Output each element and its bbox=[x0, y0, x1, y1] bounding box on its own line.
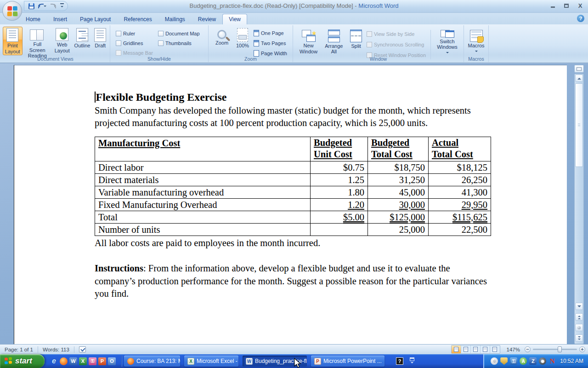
one-page-button[interactable]: One Page bbox=[254, 29, 287, 37]
zoom-button[interactable]: Zoom bbox=[212, 27, 232, 55]
outline-button[interactable]: Outline bbox=[73, 27, 92, 55]
scroll-up-icon bbox=[577, 76, 581, 80]
scroll-up-button[interactable] bbox=[575, 75, 583, 82]
close-icon: X bbox=[578, 3, 582, 9]
scrollbar-thumb[interactable] bbox=[575, 83, 583, 167]
outlook-icon[interactable]: O bbox=[108, 357, 116, 365]
tab-review[interactable]: Review bbox=[192, 14, 222, 24]
taskbar-clock[interactable]: 10:52 AM bbox=[558, 358, 583, 364]
cell-budgeted-total: $125,000 bbox=[390, 212, 425, 222]
view-full-screen-button[interactable] bbox=[461, 345, 471, 353]
document-map-checkbox[interactable]: Document Map bbox=[158, 29, 206, 38]
help-button[interactable]: ? bbox=[577, 15, 584, 22]
tab-view[interactable]: View bbox=[222, 14, 247, 24]
one-page-label: One Page bbox=[261, 30, 284, 36]
arrange-all-button[interactable]: Arrange All bbox=[322, 27, 345, 55]
vertical-scrollbar[interactable] bbox=[574, 74, 584, 344]
row-label: Direct materials bbox=[95, 173, 311, 186]
view-ruler-toggle-button[interactable] bbox=[574, 65, 584, 73]
zoom-level[interactable]: 147% bbox=[502, 347, 523, 352]
thumbnails-checkbox-icon bbox=[158, 40, 164, 46]
web-layout-label: Web Layout bbox=[54, 42, 71, 53]
print-layout-icon bbox=[6, 28, 18, 42]
start-button[interactable]: start bbox=[0, 354, 45, 368]
zoom-100-button[interactable]: 100% bbox=[233, 27, 252, 55]
doc-heading: Flexible Budgeting Exercise bbox=[95, 90, 491, 104]
group-show-hide: Ruler Document Map Gridlines Thumbnails … bbox=[110, 25, 209, 62]
firefox-icon[interactable] bbox=[60, 357, 68, 365]
zoom-slider-thumb[interactable] bbox=[558, 346, 562, 352]
view-draft-button[interactable] bbox=[490, 345, 500, 353]
task-label: Course: BA 213: Man... bbox=[136, 358, 180, 364]
tab-insert[interactable]: Insert bbox=[47, 14, 74, 24]
view-web-layout-button[interactable] bbox=[471, 345, 481, 353]
zoom-slider-track[interactable] bbox=[533, 349, 577, 350]
zoom-in-button[interactable]: + bbox=[579, 346, 585, 352]
split-button[interactable]: Split bbox=[347, 27, 364, 55]
tray-tools-icon[interactable]: ⚿ bbox=[510, 357, 517, 365]
proofing-status-icon[interactable] bbox=[79, 346, 86, 352]
tab-page-layout[interactable]: Page Layout bbox=[74, 14, 117, 24]
tray-volume-icon[interactable]: ◉ bbox=[539, 357, 546, 365]
close-button[interactable]: X bbox=[575, 2, 585, 9]
language-bar-help-button[interactable]: ? bbox=[396, 357, 403, 365]
web-layout-view-icon bbox=[473, 347, 478, 352]
budget-table: Manufacturing Cost BudgetedUnit Cost Bud… bbox=[95, 137, 491, 236]
word-count[interactable]: Words: 113 bbox=[38, 347, 74, 352]
taskbar-button-excel[interactable]: X Microsoft Excel - Bud... bbox=[184, 356, 238, 367]
minimize-button[interactable] bbox=[548, 2, 558, 9]
view-side-by-side-label: View Side by Side bbox=[374, 31, 414, 37]
view-outline-button[interactable] bbox=[481, 345, 490, 353]
cell-actual-total: 29,950 bbox=[462, 200, 487, 210]
print-layout-button[interactable]: Print Layout bbox=[3, 27, 23, 55]
next-page-button[interactable] bbox=[575, 334, 583, 342]
taskbar-button-powerpoint[interactable]: P Microsoft PowerPoint ... bbox=[311, 356, 384, 367]
ruler-label: Ruler bbox=[123, 31, 135, 36]
web-layout-button[interactable]: Web Layout bbox=[52, 27, 72, 55]
taskbar-button-firefox[interactable]: Course: BA 213: Man... bbox=[124, 356, 180, 367]
tray-messenger-icon[interactable]: ☺ bbox=[491, 357, 498, 365]
full-screen-reading-button[interactable]: Full Screen Reading bbox=[23, 27, 51, 55]
title-bar: Budgeting_practice-flex.doc (Read-Only) … bbox=[0, 0, 588, 13]
status-bar: Page: 1 of 1 Words: 113 147% − + bbox=[0, 344, 588, 354]
scroll-down-button[interactable] bbox=[575, 303, 583, 310]
office-button[interactable] bbox=[2, 1, 22, 21]
tray-n-icon[interactable]: N bbox=[548, 357, 556, 365]
group-label-document-views: Document Views bbox=[1, 56, 110, 62]
previous-page-button[interactable] bbox=[575, 313, 583, 321]
tray-z-icon[interactable]: Z bbox=[529, 357, 537, 365]
two-pages-button[interactable]: Two Pages bbox=[254, 39, 287, 47]
document-page[interactable]: Flexible Budgeting Exercise Smith Compan… bbox=[14, 65, 567, 344]
previous-page-icon bbox=[578, 315, 581, 319]
tray-shield-icon[interactable] bbox=[500, 357, 508, 365]
tab-mailings[interactable]: Mailings bbox=[158, 14, 192, 24]
draft-button[interactable]: Draft bbox=[92, 27, 108, 55]
ruler-checkbox[interactable]: Ruler bbox=[116, 29, 158, 38]
tab-home[interactable]: Home bbox=[19, 14, 47, 24]
powerpoint-icon[interactable]: P bbox=[98, 357, 106, 365]
cell-unit-cost: 1.20 bbox=[348, 200, 364, 210]
select-browse-object-button[interactable] bbox=[575, 324, 583, 331]
quick-launch-bar: e W X ⚿ P O bbox=[45, 357, 119, 365]
zoom-out-button[interactable]: − bbox=[525, 346, 531, 352]
keys-icon[interactable]: ⚿ bbox=[89, 357, 96, 365]
tab-references[interactable]: References bbox=[117, 14, 158, 24]
doc-note: All labor costs are paid to employees in… bbox=[95, 237, 491, 249]
switch-windows-button[interactable]: Switch Windows bbox=[433, 27, 462, 55]
draft-label: Draft bbox=[95, 43, 106, 49]
tray-antivirus-icon[interactable]: A bbox=[520, 357, 527, 365]
group-document-views: Print Layout Full Screen Reading Web Lay… bbox=[1, 25, 110, 62]
restore-button[interactable] bbox=[561, 2, 571, 9]
macros-button[interactable]: Macros bbox=[466, 27, 486, 55]
language-bar-restore-button[interactable] bbox=[410, 357, 414, 365]
word-icon[interactable]: W bbox=[69, 357, 77, 365]
page-indicator[interactable]: Page: 1 of 1 bbox=[0, 347, 38, 352]
view-print-layout-button[interactable] bbox=[452, 345, 461, 353]
cell-unit-cost: 1.25 bbox=[311, 173, 368, 186]
gridlines-checkbox[interactable]: Gridlines bbox=[116, 39, 158, 47]
split-label: Split bbox=[351, 43, 361, 49]
new-window-button[interactable]: New Window bbox=[297, 27, 320, 55]
thumbnails-checkbox[interactable]: Thumbnails bbox=[158, 39, 206, 47]
internet-explorer-icon[interactable]: e bbox=[50, 357, 58, 365]
excel-icon[interactable]: X bbox=[79, 357, 87, 365]
